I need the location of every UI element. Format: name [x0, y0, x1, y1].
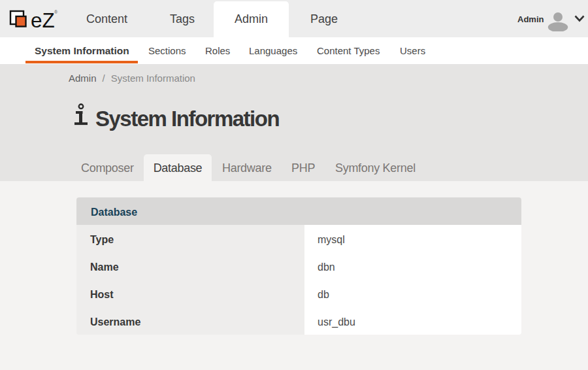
svg-text:eZ: eZ: [31, 8, 55, 29]
svg-text:®: ®: [54, 10, 58, 14]
